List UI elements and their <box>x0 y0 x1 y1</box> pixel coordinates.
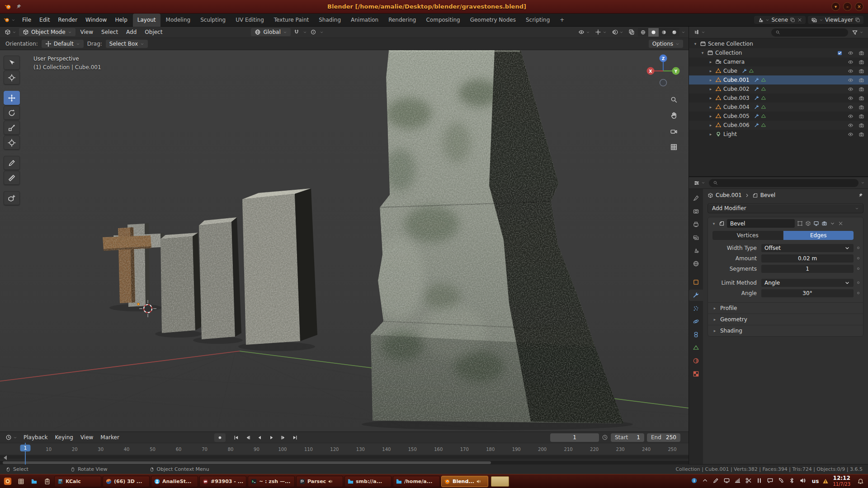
overlays-dropdown[interactable] <box>610 28 625 36</box>
disclosure-icon[interactable]: ▸ <box>708 60 713 64</box>
workspace-tab-shading[interactable]: Shading <box>314 14 345 27</box>
modifier-section-geometry[interactable]: ▸Geometry <box>708 314 863 325</box>
timeline-editor-selector[interactable] <box>4 433 19 441</box>
modifier-section-profile[interactable]: ▸Profile <box>708 302 863 314</box>
viewport-menu-select[interactable]: Select <box>97 27 122 37</box>
outliner-collection[interactable]: ▾Collection <box>689 48 868 57</box>
autokey-record-button[interactable] <box>214 433 226 442</box>
outliner-scene-collection[interactable]: ▾Scene Collection <box>689 39 868 48</box>
drag-dropdown[interactable]: Select Box <box>106 40 148 48</box>
viewport-grid-button[interactable] <box>668 141 679 153</box>
notifications-button[interactable] <box>854 476 866 487</box>
playback-jump-end-button[interactable] <box>289 433 301 442</box>
outliner-item-cube-003[interactable]: ▸Cube.003 <box>689 94 868 103</box>
outliner-item-cube-005[interactable]: ▸Cube.005 <box>689 112 868 121</box>
outliner-item-cube[interactable]: ▸Cube <box>689 66 868 75</box>
frame-start-field[interactable]: Start 1 <box>611 433 644 442</box>
frame-end-field[interactable]: End 250 <box>647 433 680 442</box>
timeline-track[interactable] <box>0 455 689 461</box>
tray-bluetooth[interactable] <box>788 477 795 485</box>
task--home-a-[interactable]: /home/a... <box>393 476 440 487</box>
outliner-item-cube-004[interactable]: ▸Cube.004 <box>689 103 868 112</box>
outliner-item-camera[interactable]: ▸Camera <box>689 57 868 66</box>
tool-transform[interactable] <box>4 136 20 150</box>
properties-tab-output[interactable] <box>689 219 703 230</box>
viewport-menu-view[interactable]: View <box>76 27 97 37</box>
timeline-expand-arrow[interactable] <box>4 455 7 460</box>
playback-next-keyframe-button[interactable] <box>278 433 289 442</box>
disclosure-icon[interactable]: ▾ <box>700 51 705 55</box>
transform-orientation-dropdown[interactable]: Global <box>251 28 290 36</box>
app-launcher-button[interactable] <box>2 476 14 487</box>
disclosure-icon[interactable]: ▸ <box>708 96 713 100</box>
disclosure-icon[interactable]: ▸ <box>708 78 713 82</box>
animate-dot[interactable] <box>857 247 859 249</box>
tray-display[interactable] <box>723 477 730 485</box>
outliner-item-cube-002[interactable]: ▸Cube.002 <box>689 84 868 94</box>
task-smb-a-[interactable]: smb://a... <box>344 476 392 487</box>
properties-tab-physics[interactable] <box>689 316 703 327</box>
playback-prev-keyframe-button[interactable] <box>242 433 254 442</box>
properties-search-input[interactable] <box>709 179 859 187</box>
shading-material-button[interactable] <box>659 28 669 37</box>
snap-toggle[interactable] <box>292 28 302 36</box>
tray-chat[interactable] <box>767 477 774 485</box>
task--66-3d-[interactable]: (66) 3D ... <box>103 476 150 487</box>
playback-jump-start-button[interactable] <box>231 433 242 442</box>
properties-options-dropdown[interactable] <box>860 180 865 186</box>
properties-tab-view-layer[interactable] <box>689 232 703 243</box>
menu-window[interactable]: Window <box>81 15 111 25</box>
tool-cursor[interactable] <box>4 70 20 84</box>
animate-dot[interactable] <box>857 267 859 270</box>
outliner-item-cube-006[interactable]: ▸Cube.006 <box>689 121 868 130</box>
affect-vertices-button[interactable]: Vertices <box>712 231 783 240</box>
properties-tab-scene[interactable] <box>689 245 703 256</box>
timeline-scrollbar[interactable] <box>0 461 689 465</box>
viewport-zoom-button[interactable] <box>668 94 679 105</box>
add-modifier-button[interactable]: Add Modifier <box>708 203 863 213</box>
animate-dot[interactable] <box>857 257 859 259</box>
viewport-menu-add[interactable]: Add <box>122 27 141 37</box>
tool-scale[interactable] <box>4 121 20 135</box>
disclosure-icon[interactable]: ▸ <box>708 123 713 127</box>
property-dropdown[interactable]: Angle <box>761 279 854 287</box>
properties-tab-texture[interactable] <box>689 368 703 380</box>
task--93903-[interactable]: #93903 - ... <box>199 476 246 487</box>
xray-toggle[interactable] <box>627 28 637 36</box>
tool-add-cube[interactable] <box>4 191 20 205</box>
shading-wireframe-button[interactable] <box>638 28 648 37</box>
properties-tab-object[interactable] <box>689 277 703 288</box>
properties-editor-selector[interactable] <box>692 179 707 187</box>
gizmos-dropdown[interactable] <box>593 28 609 36</box>
properties-tab-modifier[interactable] <box>689 290 703 301</box>
modifier-section-shading[interactable]: ▸Shading <box>708 325 863 336</box>
disclosure-icon[interactable]: ▸ <box>708 105 713 109</box>
timeline-menu-marker[interactable]: Marker <box>97 433 123 442</box>
orientation-default-dropdown[interactable]: Default <box>42 40 84 48</box>
window-shade-button[interactable]: ▾ <box>831 2 840 11</box>
tool-measure[interactable] <box>4 171 20 185</box>
disclosure-icon[interactable]: ▸ <box>708 132 713 136</box>
menu-help[interactable]: Help <box>111 15 131 25</box>
tray-scissors[interactable] <box>745 477 752 485</box>
property-field[interactable]: 1 <box>761 265 854 273</box>
workspace-tab-animation[interactable]: Animation <box>346 14 383 27</box>
scene-selector[interactable]: Scene <box>754 16 806 24</box>
outliner-editor-selector[interactable] <box>692 28 707 37</box>
window-minimize-button[interactable]: – <box>843 2 852 11</box>
task-analiest-[interactable]: AnalieSt... <box>151 476 198 487</box>
workspace-tab-uv-editing[interactable]: UV Editing <box>231 14 269 27</box>
keyboard-layout[interactable]: us <box>812 478 819 484</box>
modifier-name-field[interactable]: Bevel <box>727 219 795 228</box>
workspace-tab-modeling[interactable]: Modeling <box>161 14 195 27</box>
shading-dropdown[interactable] <box>681 29 686 35</box>
pager-button[interactable] <box>15 476 27 487</box>
properties-tab-constraints[interactable] <box>689 329 703 340</box>
menu-edit[interactable]: Edit <box>35 15 54 25</box>
outliner-search-input[interactable] <box>771 28 848 37</box>
property-field[interactable]: 30° <box>761 289 854 297</box>
3d-scene[interactable] <box>0 50 689 432</box>
tray-pause[interactable] <box>756 477 763 485</box>
tool-select-box[interactable] <box>4 56 20 70</box>
animate-dot[interactable] <box>857 292 859 294</box>
